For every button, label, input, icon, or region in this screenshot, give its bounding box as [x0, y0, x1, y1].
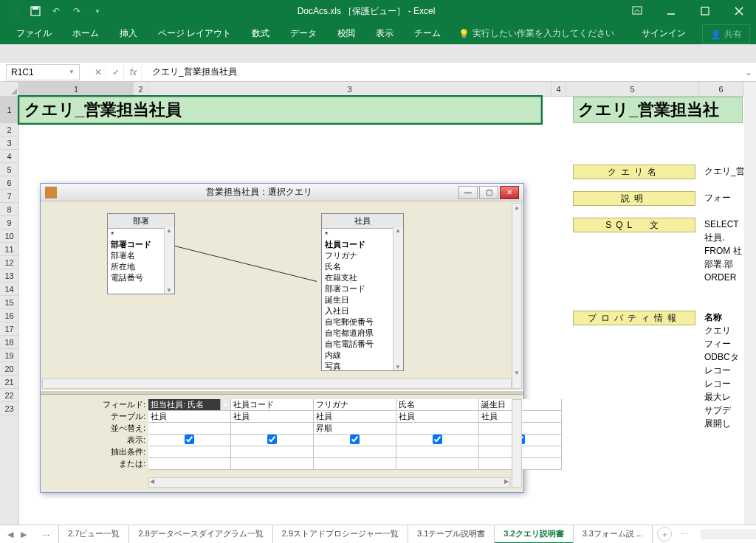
field-item[interactable]: 氏名 — [325, 261, 400, 272]
row-header[interactable]: 14 — [0, 283, 18, 296]
show-checkbox[interactable] — [267, 435, 277, 444]
ribbon-tab[interactable]: 表示 — [365, 23, 404, 44]
label-cell[interactable]: プロパティ情報 — [573, 311, 695, 325]
field-item[interactable]: 電話番号 — [111, 272, 171, 283]
undo-icon[interactable]: ↶ — [47, 2, 65, 20]
field-item[interactable]: 入社日 — [325, 305, 400, 317]
ribbon-tab[interactable]: 挿入 — [109, 23, 148, 44]
row-header[interactable]: 10 — [0, 229, 18, 243]
last-sheet-icon[interactable]: ▶ — [18, 528, 30, 541]
column-header[interactable]: 1 — [19, 82, 134, 96]
share-button[interactable]: 👤 共有 — [702, 24, 750, 44]
row-header[interactable]: 4 — [0, 150, 18, 163]
first-sheet-icon[interactable]: ◀ — [4, 528, 16, 541]
field-item[interactable]: 自宅郵便番号 — [325, 317, 400, 328]
sheet-tab[interactable]: 2.7ビュー一覧 — [59, 525, 129, 544]
grid-cell[interactable]: 担当社員: 氏名▼ — [148, 399, 231, 411]
sheet-tab[interactable]: 3.3フォーム説 ... — [574, 525, 653, 544]
enter-formula-icon[interactable]: ✓ — [108, 64, 124, 80]
grid-cell[interactable]: 社員コード — [231, 399, 314, 411]
data-cell[interactable]: FROM 社 — [704, 244, 742, 257]
ribbon-tab[interactable]: 数式 — [241, 23, 280, 44]
grid-hscroll[interactable] — [148, 477, 510, 488]
horizontal-scrollbar[interactable] — [701, 529, 756, 539]
grid-cell[interactable]: 社員 — [314, 411, 396, 423]
grid-cell[interactable] — [148, 423, 231, 435]
row-header[interactable]: 3 — [0, 136, 18, 150]
redo-icon[interactable]: ↷ — [68, 2, 86, 20]
grid-cell[interactable]: 氏名 — [396, 399, 479, 411]
dialog-minimize-icon[interactable]: — — [458, 186, 478, 199]
grid-cell[interactable] — [314, 435, 396, 446]
row-header[interactable]: 17 — [0, 322, 18, 336]
merged-title-cell[interactable]: クエリ_営業担当社 — [573, 97, 743, 123]
query-grid-pane[interactable]: フィールド:担当社員: 氏名▼社員コードフリガナ氏名誕生日テーブル:社員社員社員… — [41, 395, 523, 489]
ribbon-tab[interactable]: ホーム — [62, 23, 109, 44]
field-item[interactable]: 所在地 — [111, 261, 171, 272]
row-header[interactable]: 2 — [0, 123, 18, 136]
chevron-down-icon[interactable]: ▼ — [220, 399, 230, 410]
grid-cell[interactable]: フリガナ — [314, 399, 396, 411]
join-line[interactable] — [175, 246, 317, 282]
column-headers[interactable]: 123456 — [19, 82, 744, 97]
row-header[interactable]: 6 — [0, 176, 18, 190]
dialog-close-icon[interactable]: ✕ — [500, 186, 519, 199]
table-scrollbar[interactable] — [393, 227, 403, 370]
label-cell[interactable]: クエリ名 — [573, 165, 695, 179]
vertical-scrollbar[interactable] — [744, 82, 756, 525]
grid-cell[interactable] — [396, 458, 479, 470]
data-cell[interactable]: フォー — [704, 191, 731, 204]
ribbon-tab[interactable]: ページ レイアウト — [148, 23, 241, 44]
grid-cell[interactable] — [231, 446, 314, 458]
row-header[interactable]: 1 — [0, 97, 18, 123]
merged-title-cell[interactable]: クエリ_営業担当社員 — [19, 97, 541, 123]
data-cell[interactable]: 最大レ — [704, 390, 731, 404]
row-header[interactable]: 22 — [0, 389, 18, 402]
chevron-down-icon[interactable]: ▼ — [69, 69, 75, 75]
data-cell[interactable]: サブデ — [704, 404, 731, 417]
maximize-icon[interactable] — [688, 0, 722, 22]
formula-input[interactable]: クエリ_営業担当社員 — [146, 66, 741, 78]
ribbon-options-icon[interactable] — [620, 0, 654, 22]
row-header[interactable]: 16 — [0, 309, 18, 322]
pane-vscroll[interactable] — [512, 203, 522, 389]
row-header[interactable]: 21 — [0, 376, 18, 389]
grid-cell[interactable] — [396, 423, 479, 435]
field-item[interactable]: 自宅電話番号 — [325, 339, 400, 350]
row-header[interactable]: 15 — [0, 296, 18, 309]
column-header[interactable]: 6 — [699, 82, 743, 96]
grid-cell[interactable] — [396, 446, 479, 458]
data-cell[interactable]: 部署.部 — [704, 257, 733, 271]
grid-cell[interactable] — [148, 446, 231, 458]
field-item[interactable]: 社員コード — [325, 239, 400, 250]
label-cell[interactable]: 説明 — [573, 191, 695, 206]
row-header[interactable]: 11 — [0, 243, 18, 256]
signin-link[interactable]: サインイン — [631, 23, 696, 44]
data-cell[interactable]: 名称 — [704, 311, 722, 324]
data-cell[interactable]: レコー — [704, 377, 731, 390]
grid-cell[interactable] — [314, 458, 396, 470]
data-cell[interactable]: ODBCタ — [704, 350, 739, 364]
column-header[interactable]: 3 — [148, 82, 551, 96]
row-header[interactable]: 8 — [0, 203, 18, 216]
row-header[interactable]: 5 — [0, 163, 18, 176]
fx-icon[interactable]: fx — [126, 64, 142, 80]
column-header[interactable]: 2 — [134, 82, 148, 96]
show-checkbox[interactable] — [350, 435, 360, 444]
relationship-pane[interactable]: 部署 *部署コード部署名所在地電話番号 社員 *社員コードフリガナ氏名在籍支社部… — [41, 201, 523, 390]
grid-cell[interactable] — [314, 446, 396, 458]
grid-cell[interactable]: 社員 — [231, 411, 314, 423]
data-cell[interactable]: ORDER — [704, 271, 736, 284]
sheet-tab[interactable]: 3.2クエリ説明書 — [495, 525, 573, 544]
grid-cell[interactable]: 社員 — [148, 411, 231, 423]
field-item[interactable]: 部署コード — [111, 239, 171, 250]
ribbon-tab[interactable]: 校閲 — [327, 23, 365, 44]
data-cell[interactable]: 社員. — [704, 231, 724, 244]
field-item[interactable]: 部署コード — [325, 283, 400, 294]
table-box-shain[interactable]: 社員 *社員コードフリガナ氏名在籍支社部署コード誕生日入社日自宅郵便番号自宅都道… — [321, 213, 404, 371]
close-icon[interactable] — [722, 0, 756, 22]
data-cell[interactable]: フィー — [704, 337, 731, 350]
field-item[interactable]: 自宅都道府県 — [325, 328, 400, 339]
grid-cell[interactable] — [148, 435, 231, 446]
minimize-icon[interactable] — [654, 0, 688, 22]
